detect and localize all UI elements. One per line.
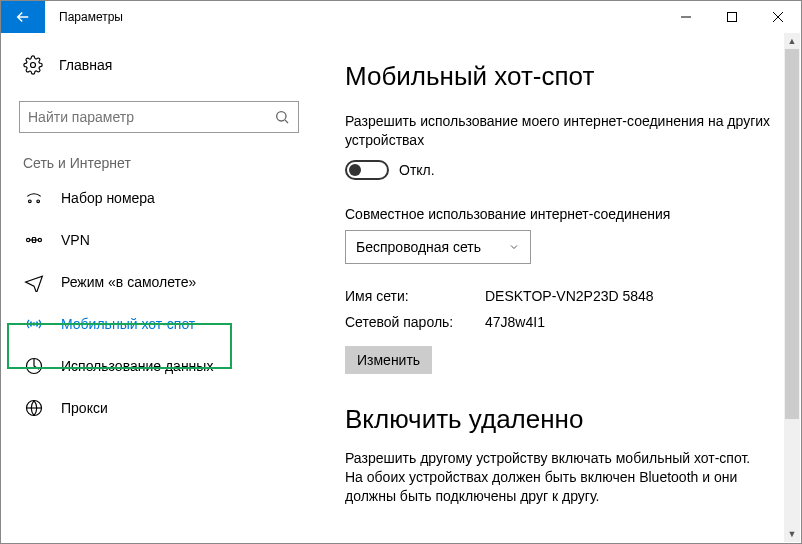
gear-icon <box>23 55 43 75</box>
arrow-left-icon <box>14 8 32 26</box>
sidebar-item-vpn[interactable]: VPN <box>19 219 311 261</box>
scroll-up-arrow[interactable]: ▲ <box>784 33 800 49</box>
sidebar-item-datausage[interactable]: Использование данных <box>19 345 311 387</box>
network-name-value: DESKTOP-VN2P23D 5848 <box>485 288 654 304</box>
sidebar-item-label: Набор номера <box>61 190 155 206</box>
back-button[interactable] <box>1 1 45 33</box>
svg-rect-1 <box>728 13 737 22</box>
share-from-dropdown[interactable]: Беспроводная сеть <box>345 230 531 264</box>
sidebar-item-label: Прокси <box>61 400 108 416</box>
sidebar-item-label: Мобильный хот-спот <box>61 316 195 332</box>
share-description: Разрешить использование моего интернет-с… <box>345 112 771 150</box>
close-button[interactable] <box>755 1 801 33</box>
svg-line-6 <box>285 120 288 123</box>
sidebar: Главная Сеть и Интернет Набор номера VPN… <box>1 33 321 543</box>
network-password-label: Сетевой пароль: <box>345 314 485 330</box>
sidebar-item-hotspot[interactable]: Мобильный хот-спот <box>19 303 311 345</box>
category-label: Сеть и Интернет <box>19 155 311 171</box>
network-password-value: 47J8w4I1 <box>485 314 545 330</box>
maximize-button[interactable] <box>709 1 755 33</box>
search-field[interactable] <box>28 109 274 125</box>
chevron-down-icon <box>508 241 520 253</box>
svg-point-8 <box>37 200 40 203</box>
vertical-scrollbar[interactable]: ▲ ▼ <box>784 33 800 542</box>
proxy-icon <box>23 398 45 418</box>
sidebar-item-label: Использование данных <box>61 358 213 374</box>
search-input[interactable] <box>19 101 299 133</box>
home-label: Главная <box>59 57 112 73</box>
svg-point-9 <box>27 238 30 241</box>
data-usage-icon <box>23 356 45 376</box>
svg-point-5 <box>277 112 286 121</box>
minimize-button[interactable] <box>663 1 709 33</box>
page-title: Мобильный хот-спот <box>345 61 771 92</box>
hotspot-icon <box>23 314 45 334</box>
vpn-icon <box>23 230 45 250</box>
sidebar-item-airplane[interactable]: Режим «в самолете» <box>19 261 311 303</box>
main-panel: Мобильный хот-спот Разрешить использован… <box>321 33 801 543</box>
sidebar-item-label: Режим «в самолете» <box>61 274 196 290</box>
home-link[interactable]: Главная <box>19 47 311 83</box>
airplane-icon <box>23 272 45 292</box>
window-title: Параметры <box>45 1 123 33</box>
sidebar-item-proxy[interactable]: Прокси <box>19 387 311 429</box>
svg-point-4 <box>31 63 36 68</box>
network-name-label: Имя сети: <box>345 288 485 304</box>
sidebar-item-dialup[interactable]: Набор номера <box>19 177 311 219</box>
scroll-down-arrow[interactable]: ▼ <box>784 526 800 542</box>
svg-point-7 <box>29 200 32 203</box>
svg-point-13 <box>33 323 35 325</box>
remote-heading: Включить удаленно <box>345 404 771 435</box>
svg-point-10 <box>38 238 41 241</box>
sidebar-item-label: VPN <box>61 232 90 248</box>
remote-description: Разрешить другому устройству включать мо… <box>345 449 771 506</box>
toggle-state-label: Откл. <box>399 162 435 178</box>
share-from-label: Совместное использование интернет-соедин… <box>345 206 771 222</box>
dropdown-value: Беспроводная сеть <box>356 239 481 255</box>
dialup-icon <box>23 188 45 208</box>
change-button[interactable]: Изменить <box>345 346 432 374</box>
search-icon <box>274 109 290 125</box>
titlebar: Параметры <box>1 1 801 33</box>
hotspot-toggle[interactable] <box>345 160 389 180</box>
scrollbar-thumb[interactable] <box>785 49 799 419</box>
